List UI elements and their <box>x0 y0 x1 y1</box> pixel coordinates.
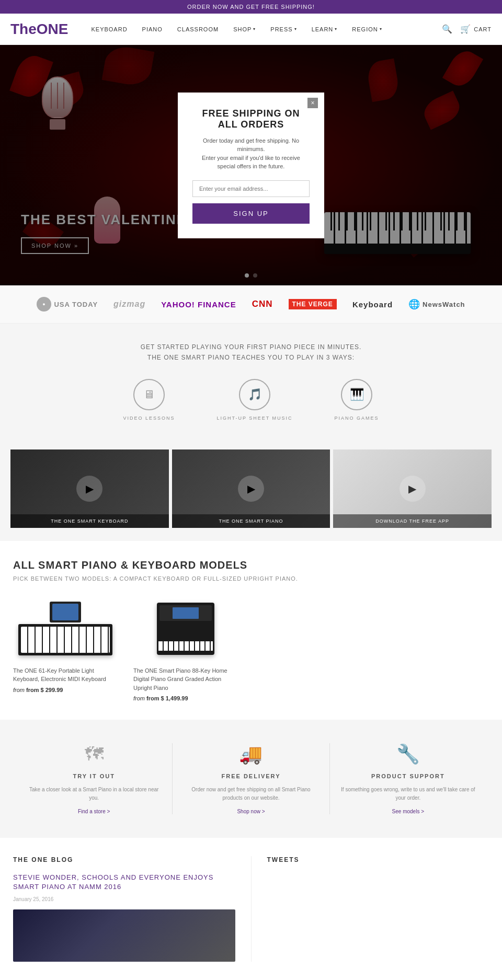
bottom-section: THE ONE BLOG STEVIE WONDER, SCHOOLS AND … <box>0 838 502 979</box>
tweets-heading: TWEETS <box>267 856 489 863</box>
nav-shop[interactable]: SHOP ▾ <box>226 26 263 32</box>
logo-one: ONE <box>37 21 69 37</box>
products-section: ALL SMART PIANO & KEYBOARD MODELS PICK B… <box>0 541 502 720</box>
modal-signup-button[interactable]: SIGN UP <box>192 203 310 224</box>
products-subtitle: PICK BETWEEN TWO MODELS: A COMPACT KEYBO… <box>13 575 489 582</box>
hero-section: THE BEST VALENTINE'S DAY GIFT EVER SHOP … <box>0 45 502 285</box>
modal-close-button[interactable]: × <box>307 98 318 108</box>
product-card-keyboard[interactable]: The ONE 61-Key Portable Light Keyboard, … <box>13 597 118 702</box>
search-icon[interactable]: 🔍 <box>442 24 452 34</box>
blog-post-date: January 25, 2016 <box>13 896 235 902</box>
teach-piano-games: 🎹 PIANO GAMES <box>335 379 379 421</box>
teach-section: GET STARTED PLAYING YOUR FIRST PIANO PIE… <box>0 324 502 436</box>
product-card-upright[interactable]: The ONE Smart Piano 88-Key Home Digital … <box>133 597 238 702</box>
region-arrow-icon: ▾ <box>380 27 382 31</box>
shop-arrow-icon: ▾ <box>253 27 256 31</box>
video-thumb-keyboard[interactable]: ▶ THE ONE SMART KEYBOARD <box>10 449 169 528</box>
service-title-support: PRODUCT SUPPORT <box>340 773 476 779</box>
service-desc-tryit: Take a closer look at a Smart Piano in a… <box>26 786 162 802</box>
logo-the: The <box>10 21 37 37</box>
services-section: 🗺 TRY IT OUT Take a closer look at a Sma… <box>0 720 502 838</box>
product-name-keyboard: The ONE 61-Key Portable Light Keyboard, … <box>13 666 118 684</box>
map-icon: 🗺 <box>26 743 162 765</box>
tweets-section: TWEETS <box>252 856 489 961</box>
nav-learn[interactable]: LEARN ▾ <box>304 26 345 32</box>
press-logo-cnn: CNN <box>252 299 273 309</box>
modal-email-input[interactable] <box>192 180 310 197</box>
learn-arrow-icon: ▾ <box>335 27 337 31</box>
service-link-tryit[interactable]: Find a store > <box>26 809 162 814</box>
blog-heading: THE ONE BLOG <box>13 856 235 863</box>
usatoday-dot: ● <box>37 297 51 312</box>
logo[interactable]: TheONE <box>10 21 68 38</box>
product-price-keyboard: from from $ 299.99 <box>13 687 118 693</box>
teach-title: GET STARTED PLAYING YOUR FIRST PIANO PIE… <box>10 342 492 363</box>
blog-section: THE ONE BLOG STEVIE WONDER, SCHOOLS AND … <box>13 856 252 961</box>
service-try-it-out: 🗺 TRY IT OUT Take a closer look at a Sma… <box>16 743 173 814</box>
press-logo-theverge: THE VERGE <box>289 299 337 309</box>
product-name-upright: The ONE Smart Piano 88-Key Home Digital … <box>133 666 238 693</box>
service-product-support: 🔧 PRODUCT SUPPORT If something goes wron… <box>330 743 486 814</box>
press-logo-keyboard: Keyboard <box>352 300 393 309</box>
video-section: ▶ THE ONE SMART KEYBOARD ▶ THE ONE SMART… <box>0 436 502 541</box>
press-logo-yahoo: YAHOO! FINANCE <box>161 300 236 309</box>
press-logo-gizmag: gizmag <box>113 299 145 309</box>
nav-press[interactable]: PRESS ▾ <box>263 26 304 32</box>
teach-video-lessons: 🖥 VIDEO LESSONS <box>123 379 175 421</box>
video-lessons-icon: 🖥 <box>133 379 165 410</box>
service-desc-support: If something goes wrong, write to us and… <box>340 786 476 802</box>
nav-region[interactable]: REGION ▾ <box>345 26 389 32</box>
service-desc-delivery: Order now and get free shipping on all S… <box>183 786 318 802</box>
product-price-upright: from from $ 1,499.99 <box>133 695 238 701</box>
press-arrow-icon: ▾ <box>294 27 297 31</box>
modal: × FREE SHIPPING ON ALL ORDERS Order toda… <box>178 93 324 238</box>
press-logo-newswatch: 🌐 NewsWatch <box>408 298 465 310</box>
teach-icons: 🖥 VIDEO LESSONS 🎵 LIGHT-UP SHEET MUSIC 🎹… <box>10 379 492 421</box>
video-thumb-piano[interactable]: ▶ THE ONE SMART PIANO <box>172 449 330 528</box>
service-link-support[interactable]: See models > <box>340 809 476 814</box>
nav-piano[interactable]: PIANO <box>135 26 170 32</box>
product-img-keyboard <box>13 597 118 660</box>
service-title-delivery: FREE DELIVERY <box>183 773 318 779</box>
modal-title: FREE SHIPPING ON ALL ORDERS <box>192 108 310 130</box>
truck-icon: 🚚 <box>183 743 318 765</box>
sheet-music-icon: 🎵 <box>239 379 270 410</box>
nav-classroom[interactable]: CLASSROOM <box>170 26 226 32</box>
video-thumb-app[interactable]: ▶ DOWNLOAD THE FREE APP <box>333 449 492 528</box>
blog-post-image <box>13 909 235 962</box>
products-title: ALL SMART PIANO & KEYBOARD MODELS <box>13 559 489 571</box>
main-nav: KEYBOARD PIANO CLASSROOM SHOP ▾ PRESS ▾ … <box>84 26 442 32</box>
products-grid: The ONE 61-Key Portable Light Keyboard, … <box>13 597 489 702</box>
service-link-delivery[interactable]: Shop now > <box>183 809 318 814</box>
blog-post-title[interactable]: STEVIE WONDER, SCHOOLS AND EVERYONE ENJO… <box>13 873 235 892</box>
service-title-tryit: TRY IT OUT <box>26 773 162 779</box>
press-logo-usatoday: ● USA TODAY <box>37 297 98 312</box>
service-free-delivery: 🚚 FREE DELIVERY Order now and get free s… <box>173 743 329 814</box>
top-banner-text: ORDER NOW AND GET FREE SHIPPING! <box>187 4 315 10</box>
video-label-2: THE ONE SMART PIANO <box>172 514 330 528</box>
press-logos-bar: ● USA TODAY gizmag YAHOO! FINANCE CNN TH… <box>0 285 502 324</box>
wrench-icon: 🔧 <box>340 743 476 765</box>
video-label-3: DOWNLOAD THE FREE APP <box>333 514 492 528</box>
piano-games-icon: 🎹 <box>341 379 372 410</box>
top-banner: ORDER NOW AND GET FREE SHIPPING! <box>0 0 502 14</box>
cart-icon: 🛒 <box>460 24 471 34</box>
header-icons: 🔍 🛒 CART <box>442 24 492 34</box>
product-img-upright <box>133 597 238 660</box>
video-label-1: THE ONE SMART KEYBOARD <box>10 514 169 528</box>
modal-subtitle: Order today and get free shipping. No mi… <box>192 136 310 171</box>
header: TheONE KEYBOARD PIANO CLASSROOM SHOP ▾ P… <box>0 14 502 45</box>
nav-keyboard[interactable]: KEYBOARD <box>84 26 134 32</box>
teach-sheet-music: 🎵 LIGHT-UP SHEET MUSIC <box>216 379 292 421</box>
modal-overlay: × FREE SHIPPING ON ALL ORDERS Order toda… <box>0 45 502 285</box>
cart-button[interactable]: 🛒 CART <box>460 24 492 34</box>
